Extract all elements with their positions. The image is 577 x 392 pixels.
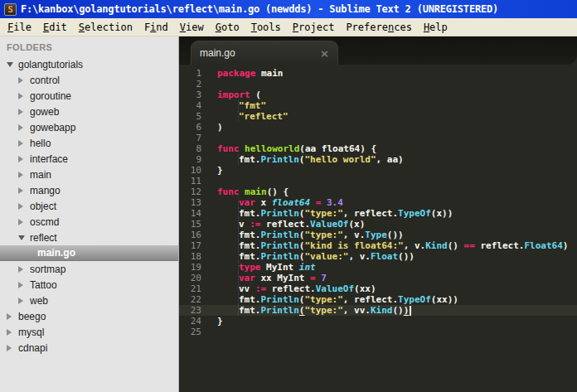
folder-collapsed-icon[interactable] — [18, 172, 30, 178]
line-content: type MyInt int — [201, 262, 316, 273]
tree-folder-cdnapi[interactable]: cdnapi — [0, 340, 178, 356]
menu-preferences[interactable]: Preferences — [340, 20, 418, 35]
code-line-15[interactable]: 15v := reflect.ValueOf(x) — [179, 219, 577, 230]
folder-collapsed-icon[interactable] — [18, 203, 30, 210]
folder-collapsed-icon[interactable] — [18, 109, 30, 115]
tree-folder-golangtutorials[interactable]: golangtutorials — [0, 56, 178, 72]
line-number: 14 — [179, 208, 201, 219]
tree-folder-object[interactable]: object — [0, 198, 178, 214]
code-token: ( — [250, 90, 261, 100]
tree-folder-mango[interactable]: mango — [0, 182, 178, 198]
code-line-12[interactable]: 12func main() { — [179, 186, 577, 197]
code-line-3[interactable]: 3import ( — [179, 90, 577, 100]
folder-collapsed-icon[interactable] — [18, 77, 30, 84]
line-number: 7 — [179, 133, 201, 143]
code-line-13[interactable]: 13var x float64 = 3.4 — [179, 197, 577, 208]
tree-folder-interface[interactable]: interface — [0, 151, 178, 167]
line-number: 20 — [179, 273, 201, 283]
code-token: "type:" — [304, 208, 342, 219]
folder-collapsed-icon[interactable] — [18, 156, 30, 162]
code-line-25[interactable]: 25 — [179, 327, 577, 337]
code-line-23[interactable]: 23fmt.Println("type:", vv.Kind()) — [179, 305, 577, 316]
code-line-19[interactable]: 19type MyInt int — [179, 262, 577, 273]
tree-folder-oscmd[interactable]: oscmd — [0, 214, 178, 230]
menu-project[interactable]: Project — [287, 20, 341, 35]
code-token: fmt. — [239, 208, 261, 219]
tree-folder-goroutine[interactable]: goroutine — [0, 88, 178, 104]
tree-folder-beego[interactable]: beego — [0, 308, 178, 324]
line-content: "reflect" — [201, 111, 288, 122]
sublime-logo-icon: S — [4, 3, 17, 16]
tree-folder-main[interactable]: main — [0, 167, 178, 182]
menu-edit[interactable]: Edit — [37, 20, 73, 35]
code-line-8[interactable]: 8func helloworld(aa float64) { — [179, 143, 577, 154]
tree-folder-goweb[interactable]: goweb — [0, 104, 178, 119]
tree-item-label: cdnapi — [18, 342, 47, 354]
folder-expanded-icon[interactable] — [7, 62, 18, 67]
code-line-6[interactable]: 6) — [179, 122, 577, 133]
code-token: , reflect. — [343, 208, 398, 219]
code-line-4[interactable]: 4"fmt" — [179, 100, 577, 111]
code-token: Float — [371, 251, 398, 262]
code-line-2[interactable]: 2 — [179, 79, 577, 90]
menu-goto[interactable]: Goto — [210, 20, 245, 35]
folder-collapsed-icon[interactable] — [18, 282, 30, 288]
menu-file[interactable]: File — [2, 20, 37, 35]
folder-collapsed-icon[interactable] — [18, 93, 30, 99]
tree-folder-reflect[interactable]: reflect — [0, 230, 178, 245]
code-line-24[interactable]: 24} — [179, 316, 577, 327]
code-line-10[interactable]: 10} — [179, 165, 577, 176]
tree-folder-control[interactable]: control — [0, 72, 178, 88]
menu-selection[interactable]: Selection — [73, 20, 138, 35]
code-line-7[interactable]: 7 — [179, 133, 577, 143]
tree-folder-hello[interactable]: hello — [0, 135, 178, 151]
folder-expanded-icon[interactable] — [18, 235, 30, 240]
menu-tools[interactable]: Tools — [245, 20, 287, 35]
tree-file-main.go[interactable]: main.go — [0, 245, 178, 261]
code-token: Println — [261, 294, 299, 305]
folder-collapsed-icon[interactable] — [18, 298, 30, 304]
folder-collapsed-icon[interactable] — [18, 266, 30, 273]
folder-collapsed-icon[interactable] — [18, 187, 30, 194]
folder-collapsed-icon[interactable] — [18, 219, 30, 225]
code-line-14[interactable]: 14fmt.Println("type:", reflect.TypeOf(x)… — [179, 208, 577, 219]
menu-view[interactable]: View — [174, 20, 210, 35]
code-token: (xx)) — [431, 294, 458, 305]
folder-collapsed-icon[interactable] — [18, 124, 30, 131]
code-line-21[interactable]: 21vv := reflect.ValueOf(xx) — [179, 283, 577, 294]
tab-main-go[interactable]: main.go × — [191, 41, 338, 65]
code-area[interactable]: 1package main23import (4"fmt"5"reflect"6… — [179, 65, 577, 392]
code-line-18[interactable]: 18fmt.Println("value:", v.Float()) — [179, 251, 577, 262]
line-number: 24 — [179, 316, 201, 327]
code-line-20[interactable]: 20var xx MyInt = 7 — [179, 273, 577, 283]
tree-folder-Tattoo[interactable]: Tattoo — [0, 277, 178, 293]
folder-collapsed-icon[interactable] — [18, 140, 30, 147]
line-content — [201, 176, 217, 186]
menu-help[interactable]: Help — [418, 20, 453, 35]
code-line-22[interactable]: 22fmt.Println("type:", reflect.TypeOf(xx… — [179, 294, 577, 305]
code-line-17[interactable]: 17fmt.Println("kind is float64:", v.Kind… — [179, 240, 577, 251]
code-token: Kind — [371, 305, 393, 316]
code-line-5[interactable]: 5"reflect" — [179, 111, 577, 122]
folder-collapsed-icon[interactable] — [7, 313, 18, 320]
code-line-9[interactable]: 9fmt.Println("hello world", aa) — [179, 154, 577, 165]
line-content: } — [201, 316, 223, 327]
code-token: fmt. — [239, 294, 261, 305]
sidebar: FOLDERS golangtutorialscontrolgoroutineg… — [0, 36, 179, 392]
menu-find[interactable]: Find — [138, 20, 174, 35]
code-line-1[interactable]: 1package main — [179, 68, 577, 79]
tree-folder-web[interactable]: web — [0, 293, 178, 308]
tree-folder-mysql[interactable]: mysql — [0, 324, 178, 340]
code-line-11[interactable]: 11 — [179, 176, 577, 186]
tab-close-icon[interactable]: × — [320, 47, 329, 60]
folder-collapsed-icon[interactable] — [7, 329, 18, 336]
code-line-16[interactable]: 16fmt.Println("type:", v.Type()) — [179, 230, 577, 240]
tree-folder-sortmap[interactable]: sortmap — [0, 261, 178, 277]
line-number: 21 — [179, 283, 201, 294]
folder-collapsed-icon[interactable] — [7, 345, 18, 351]
line-number: 4 — [179, 100, 201, 111]
tree-folder-gowebapp[interactable]: gowebapp — [0, 119, 178, 135]
main-area: FOLDERS golangtutorialscontrolgoroutineg… — [0, 36, 577, 392]
code-token: } — [217, 316, 223, 327]
code-token: } — [217, 165, 223, 176]
